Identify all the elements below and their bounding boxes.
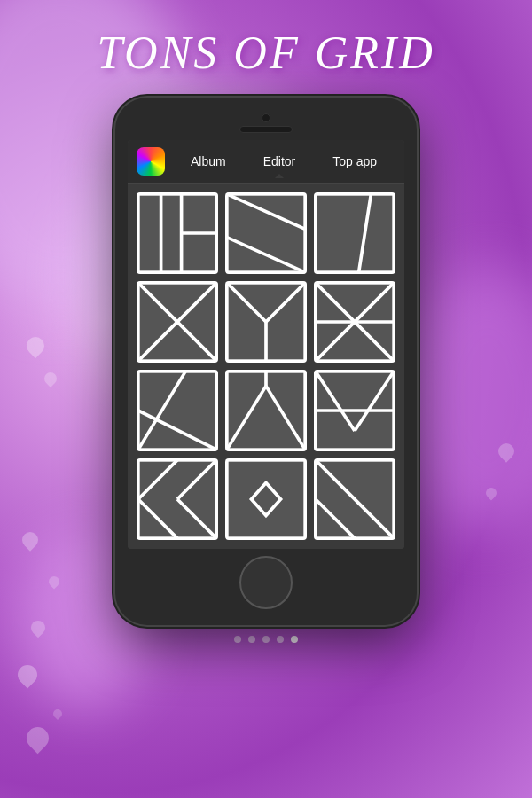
svg-line-25 xyxy=(227,386,266,450)
page-indicator xyxy=(115,636,417,643)
grid-layout-area xyxy=(128,184,404,549)
camera-icon xyxy=(262,113,270,122)
nav-bar: Album Editor Top app xyxy=(128,140,404,184)
page-dot-5[interactable] xyxy=(291,636,298,643)
grid-cell-12[interactable] xyxy=(314,458,395,540)
svg-line-8 xyxy=(359,194,372,272)
svg-line-5 xyxy=(227,194,305,230)
svg-rect-4 xyxy=(227,194,305,272)
speaker-icon xyxy=(239,126,293,133)
svg-line-42 xyxy=(316,460,394,538)
svg-line-26 xyxy=(266,386,305,450)
grid-cell-8[interactable] xyxy=(225,370,307,451)
phone-shell: Album Editor Top app xyxy=(115,98,417,625)
svg-rect-39 xyxy=(227,460,305,538)
grid-cell-5[interactable] xyxy=(225,281,307,363)
grid-cell-6[interactable] xyxy=(314,281,395,363)
svg-line-15 xyxy=(266,283,305,322)
grid-cell-11[interactable] xyxy=(225,458,307,540)
tab-album[interactable]: Album xyxy=(184,153,233,170)
svg-line-31 xyxy=(355,372,394,431)
grid-cell-9[interactable] xyxy=(314,370,395,451)
svg-line-6 xyxy=(227,238,305,273)
svg-line-30 xyxy=(316,372,355,431)
page-dot-4[interactable] xyxy=(277,636,284,643)
grid-cell-7[interactable] xyxy=(137,370,218,451)
tab-top-app[interactable]: Top app xyxy=(325,153,384,170)
grid-cell-3[interactable] xyxy=(314,192,395,274)
tab-editor[interactable]: Editor xyxy=(256,153,303,170)
svg-line-37 xyxy=(177,460,216,499)
phone-screen: Album Editor Top app xyxy=(128,140,404,549)
page-title: Tons Of Grid xyxy=(0,27,532,79)
page-dot-2[interactable] xyxy=(248,636,255,643)
svg-line-34 xyxy=(138,460,177,499)
phone-bottom-bar xyxy=(128,549,404,609)
phone-top-bar xyxy=(128,113,404,133)
svg-line-43 xyxy=(316,499,355,538)
svg-rect-7 xyxy=(316,194,394,272)
home-button[interactable] xyxy=(239,556,293,609)
nav-tabs: Album Editor Top app xyxy=(172,153,395,170)
phone-mockup: Album Editor Top app xyxy=(115,98,417,643)
svg-marker-40 xyxy=(251,483,280,516)
page-dot-3[interactable] xyxy=(262,636,270,643)
grid-cell-10[interactable] xyxy=(137,458,218,540)
svg-line-22 xyxy=(138,372,185,450)
page-dot-1[interactable] xyxy=(234,636,241,643)
svg-line-14 xyxy=(227,283,266,322)
svg-line-35 xyxy=(138,499,177,538)
svg-line-38 xyxy=(177,499,216,538)
grid-cell-4[interactable] xyxy=(137,281,218,363)
grid-cell-2[interactable] xyxy=(225,192,307,274)
app-icon xyxy=(137,147,165,176)
grid-cell-1[interactable] xyxy=(137,192,218,274)
